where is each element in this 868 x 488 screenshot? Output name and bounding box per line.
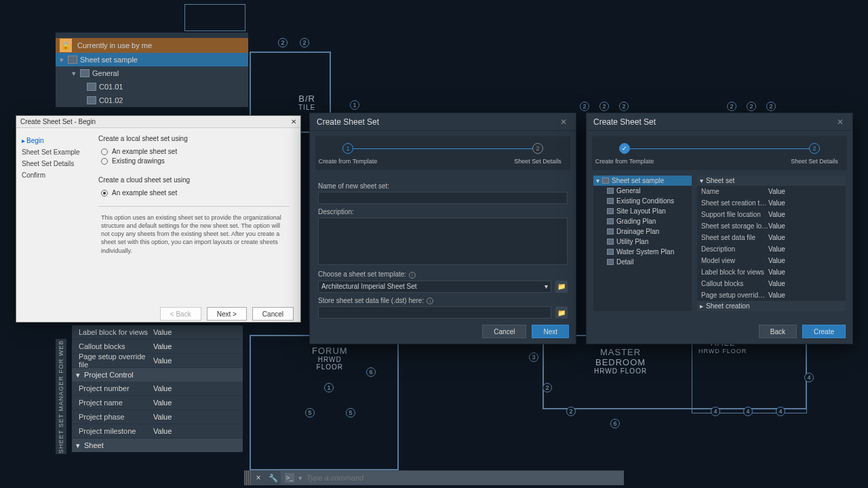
sheet-icon bbox=[607, 249, 614, 255]
sheet-set-manager-panel: 🔒 Currently in use by me ▾ Sheet set sam… bbox=[56, 33, 248, 107]
create-button[interactable]: Create bbox=[802, 325, 846, 338]
bp-wall bbox=[184, 4, 245, 31]
marker: 2 bbox=[566, 407, 576, 416]
marker: 2 bbox=[727, 102, 736, 111]
lock-status-row: 🔒 Currently in use by me bbox=[56, 38, 248, 53]
prop-row[interactable]: Page setup override fileValue bbox=[72, 354, 243, 368]
template-select[interactable]: Architectural Imperial Sheet Set▾ bbox=[318, 281, 551, 293]
prop-row[interactable]: Project nameValue bbox=[72, 396, 243, 410]
next-button[interactable]: Next > bbox=[207, 307, 247, 321]
prop-section-header[interactable]: ▾Sheet bbox=[72, 439, 243, 452]
marker: 2 bbox=[599, 102, 609, 111]
dialog-titlebar[interactable]: Create Sheet Set - Begin ✕ bbox=[16, 116, 300, 128]
wizard-step-details[interactable]: Sheet Set Details bbox=[20, 158, 83, 169]
chevron-down-icon[interactable]: ▾ bbox=[298, 474, 302, 483]
prop-row[interactable]: Support file locationValue bbox=[697, 209, 846, 220]
panel-title-vertical: SHEET SET MANAGER FOR WEB bbox=[56, 339, 66, 454]
prop-row[interactable]: Model viewValue bbox=[697, 255, 846, 266]
marker: 2 bbox=[278, 38, 288, 47]
marker: 1 bbox=[350, 100, 359, 110]
sheet-icon bbox=[87, 83, 96, 91]
prop-row[interactable]: Label block for viewsValue bbox=[697, 266, 846, 278]
tree-sheet[interactable]: C01.02 bbox=[56, 94, 248, 107]
info-icon[interactable]: i bbox=[409, 272, 416, 279]
browse-template-button[interactable]: 📁 bbox=[555, 281, 568, 293]
marker: 2 bbox=[766, 102, 776, 111]
prop-row[interactable]: Project milestoneValue bbox=[72, 424, 243, 439]
wizard-step-example[interactable]: Sheet Set Example bbox=[20, 146, 83, 158]
prop-section-header[interactable]: ▾Project Control bbox=[72, 368, 243, 382]
tree-item[interactable]: Utility Plan bbox=[593, 237, 692, 247]
prop-row[interactable]: DescriptionValue bbox=[697, 243, 846, 255]
marker: 4 bbox=[804, 373, 814, 382]
prop-row[interactable]: NameValue bbox=[697, 186, 846, 197]
radio-example-cloud[interactable]: An example sheet set bbox=[101, 189, 290, 197]
tree-twisty[interactable]: ▾ bbox=[71, 69, 77, 78]
sheet-tree: ▾Sheet set sample General Existing Condi… bbox=[593, 176, 692, 311]
tree-item[interactable]: General bbox=[593, 186, 692, 196]
section-heading: Create a cloud sheet set using bbox=[98, 176, 290, 184]
prop-row[interactable]: Label block for viewsValue bbox=[72, 325, 243, 340]
dialog-titlebar[interactable]: Create Sheet Set ✕ bbox=[587, 113, 852, 131]
tree-item[interactable]: Site Layout Plan bbox=[593, 206, 692, 216]
marker: 2 bbox=[580, 102, 589, 111]
radio-example-local[interactable]: An example sheet set bbox=[101, 148, 290, 155]
radio-existing-drawings[interactable]: Existing drawings bbox=[101, 157, 290, 165]
marker: 5 bbox=[305, 408, 315, 418]
tree-item[interactable]: Water System Plan bbox=[593, 247, 692, 257]
sheet-set-name-input[interactable] bbox=[318, 192, 568, 204]
tree-item[interactable]: Grading Plan bbox=[593, 216, 692, 226]
prop-section-header[interactable]: ▸Sheet creation bbox=[697, 301, 846, 311]
marker: 2 bbox=[619, 102, 629, 111]
back-button[interactable]: < Back bbox=[160, 307, 201, 321]
tree-item[interactable]: Detail bbox=[593, 257, 692, 267]
tree-twisty[interactable]: ▾ bbox=[58, 56, 65, 64]
prop-row[interactable]: Sheet set storage locationValue bbox=[697, 220, 846, 232]
tree-item[interactable]: Existing Conditions bbox=[593, 196, 692, 206]
sheet-icon bbox=[87, 96, 96, 104]
dialog-title: Create Sheet Set bbox=[593, 117, 656, 127]
tree-group[interactable]: ▾ General bbox=[56, 66, 248, 80]
wrench-icon[interactable]: 🔧 bbox=[266, 470, 281, 485]
drag-handle[interactable] bbox=[244, 470, 251, 485]
store-label: Store sheet set data file (.dst) here:i bbox=[318, 297, 568, 305]
prop-row[interactable]: Callout blocksValue bbox=[72, 340, 243, 354]
tree-root[interactable]: ▾ Sheet set sample bbox=[56, 53, 248, 66]
next-button[interactable]: Next bbox=[532, 325, 569, 338]
folder-icon bbox=[80, 69, 90, 77]
cancel-button[interactable]: Cancel bbox=[482, 325, 526, 338]
info-icon[interactable]: i bbox=[427, 298, 433, 304]
browse-store-button[interactable]: 📁 bbox=[555, 306, 568, 319]
dialog-titlebar[interactable]: Create Sheet Set ✕ bbox=[310, 113, 576, 131]
properties-panel: Label block for viewsValue Callout block… bbox=[72, 325, 243, 452]
close-icon[interactable]: ✕ bbox=[558, 117, 569, 127]
marker: 3 bbox=[529, 352, 538, 362]
tree-sheet[interactable]: C01.01 bbox=[56, 80, 248, 94]
section-heading: Create a local sheet set using bbox=[98, 135, 290, 142]
prop-row[interactable]: Callout blocksValue bbox=[697, 278, 846, 289]
close-icon[interactable]: ✕ bbox=[835, 117, 846, 127]
sheet-properties: ▾Sheet set NameValue Sheet set creation … bbox=[697, 176, 846, 311]
chevron-down-icon: ▾ bbox=[545, 283, 548, 290]
tree-root[interactable]: ▾Sheet set sample bbox=[593, 176, 692, 186]
wizard-step-confirm[interactable]: Confirm bbox=[20, 169, 83, 181]
step-circle-2: 2 bbox=[809, 143, 820, 154]
close-icon[interactable]: × bbox=[251, 470, 266, 485]
name-label: Name of new sheet set: bbox=[318, 182, 568, 190]
tree-item[interactable]: Drainage Plan bbox=[593, 226, 692, 237]
command-input[interactable] bbox=[307, 474, 620, 482]
sheetset-icon bbox=[602, 178, 609, 184]
cancel-button[interactable]: Cancel bbox=[252, 307, 294, 321]
prop-row[interactable]: Sheet set creation templateValue bbox=[697, 197, 846, 209]
room-label-master: MASTER BEDROOM HRWD FLOOR bbox=[594, 347, 647, 375]
close-icon[interactable]: ✕ bbox=[291, 118, 296, 125]
prop-row[interactable]: Project numberValue bbox=[72, 382, 243, 396]
prop-row[interactable]: Page setup override fileValue bbox=[697, 289, 846, 301]
description-input[interactable] bbox=[318, 218, 568, 265]
prop-row[interactable]: Sheet set data fileValue bbox=[697, 232, 846, 243]
wizard-step-begin[interactable]: Begin bbox=[20, 135, 83, 146]
prop-row[interactable]: Project phaseValue bbox=[72, 410, 243, 424]
prop-section-header[interactable]: ▾Sheet set bbox=[697, 176, 846, 186]
back-button[interactable]: Back bbox=[759, 325, 797, 338]
store-path-input[interactable] bbox=[318, 306, 551, 319]
